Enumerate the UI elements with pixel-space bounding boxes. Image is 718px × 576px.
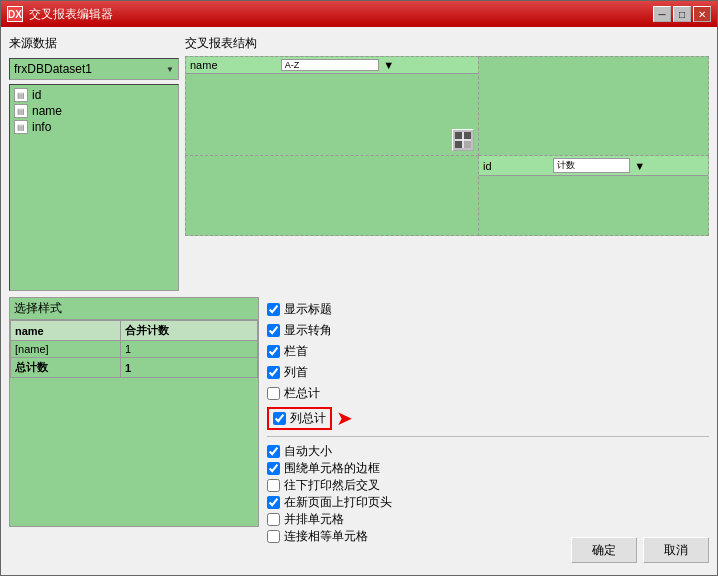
checkbox-option-10[interactable]: 在新页面上打印页头 bbox=[267, 494, 709, 511]
cross-col-field-cell[interactable]: id 计数 ▼ bbox=[479, 156, 709, 236]
row-field-header: name A-Z ▼ bbox=[186, 57, 478, 74]
cancel-button[interactable]: 取消 bbox=[643, 537, 709, 563]
dropdown-small-icon2: ▼ bbox=[634, 160, 704, 172]
top-section: 来源数据 frxDBDataset1 ▼ ▤ id ▤ name ▤ bbox=[9, 35, 709, 291]
field-icon: ▤ bbox=[14, 104, 28, 118]
bottom-buttons: 确定 取消 bbox=[9, 533, 709, 567]
checkbox-row-header[interactable] bbox=[267, 366, 280, 379]
cross-row-field-cell[interactable]: name A-Z ▼ bbox=[185, 56, 479, 156]
checkbox-label-print-header: 在新页面上打印页头 bbox=[284, 494, 392, 511]
window-title: 交叉报表编辑器 bbox=[29, 6, 647, 23]
svg-rect-2 bbox=[455, 141, 462, 148]
dataset-value: frxDBDataset1 bbox=[14, 62, 92, 76]
source-data-panel: 来源数据 frxDBDataset1 ▼ ▤ id ▤ name ▤ bbox=[9, 35, 179, 291]
field-name: id bbox=[32, 88, 41, 102]
checkbox-label-merge-cells: 并排单元格 bbox=[284, 511, 344, 528]
checkbox-option-2[interactable]: 显示转角 bbox=[267, 322, 709, 339]
checkbox-option-9[interactable]: 往下打印然后交叉 bbox=[267, 477, 709, 494]
checkbox-label-show-corner: 显示转角 bbox=[284, 322, 332, 339]
checkbox-option-3[interactable]: 栏首 bbox=[267, 343, 709, 360]
divider bbox=[267, 436, 709, 437]
checkbox-row-total[interactable] bbox=[273, 412, 286, 425]
col-header-name: name bbox=[11, 321, 121, 341]
table-row[interactable]: [name] 1 bbox=[11, 341, 258, 358]
checkbox-label-auto-size: 自动大小 bbox=[284, 443, 332, 460]
col-field-header: id 计数 ▼ bbox=[479, 156, 708, 176]
checkbox-print-header[interactable] bbox=[267, 496, 280, 509]
close-button[interactable]: ✕ bbox=[693, 6, 711, 22]
row-col2: 1 bbox=[121, 358, 258, 378]
restore-button[interactable]: □ bbox=[673, 6, 691, 22]
checkbox-merge-cells[interactable] bbox=[267, 513, 280, 526]
col-header-count: 合并计数 bbox=[121, 321, 258, 341]
checkbox-label-column-header: 栏首 bbox=[284, 343, 308, 360]
checkbox-label-print-down: 往下打印然后交叉 bbox=[284, 477, 380, 494]
cross-top-row: name A-Z ▼ bbox=[185, 56, 709, 156]
window-body: 来源数据 frxDBDataset1 ▼ ▤ id ▤ name ▤ bbox=[1, 27, 717, 575]
checkbox-option-1[interactable]: 显示标题 bbox=[267, 301, 709, 318]
checkbox-label-row-header: 列首 bbox=[284, 364, 308, 381]
cross-table-area: 交叉报表结构 name A-Z ▼ bbox=[185, 35, 709, 291]
checkbox-highlight-row: 列总计 ➤ bbox=[267, 406, 709, 430]
cross-table-label: 交叉报表结构 bbox=[185, 35, 709, 52]
dataset-dropdown[interactable]: frxDBDataset1 ▼ bbox=[9, 58, 179, 80]
checkbox-option-5[interactable]: 栏总计 bbox=[267, 385, 709, 402]
table-icon bbox=[455, 132, 471, 148]
cross-table-icon-button[interactable] bbox=[452, 129, 474, 151]
confirm-button[interactable]: 确定 bbox=[571, 537, 637, 563]
svg-rect-0 bbox=[455, 132, 462, 139]
title-bar: DX 交叉报表编辑器 ─ □ ✕ bbox=[1, 1, 717, 27]
svg-rect-1 bbox=[464, 132, 471, 139]
checkbox-option-7[interactable]: 自动大小 bbox=[267, 443, 709, 460]
field-name: info bbox=[32, 120, 51, 134]
dropdown-arrow-icon: ▼ bbox=[166, 65, 174, 74]
list-item[interactable]: ▤ id bbox=[12, 87, 176, 103]
dropdown-small-icon: ▼ bbox=[383, 59, 474, 71]
row-col1: [name] bbox=[11, 341, 121, 358]
checkbox-option-6[interactable]: 列总计 bbox=[267, 407, 332, 430]
field-list: ▤ id ▤ name ▤ info bbox=[9, 84, 179, 291]
checkbox-label-row-total: 列总计 bbox=[290, 410, 326, 427]
checkbox-group-2: 自动大小 围绕单元格的边框 往下打印然后交叉 在新页面上打印页头 bbox=[267, 443, 709, 545]
checkbox-label-cell-border: 围绕单元格的边框 bbox=[284, 460, 380, 477]
checkbox-display-title[interactable] bbox=[267, 303, 280, 316]
row-col1: 总计数 bbox=[11, 358, 121, 378]
svg-rect-3 bbox=[464, 141, 471, 148]
list-item[interactable]: ▤ name bbox=[12, 103, 176, 119]
field-icon: ▤ bbox=[14, 88, 28, 102]
cross-col-area-top bbox=[479, 56, 709, 156]
checkbox-cell-border[interactable] bbox=[267, 462, 280, 475]
checkbox-label-col-total: 栏总计 bbox=[284, 385, 320, 402]
checkbox-col-total[interactable] bbox=[267, 387, 280, 400]
field-name: name bbox=[32, 104, 62, 118]
col-sort-badge: 计数 bbox=[553, 158, 631, 173]
arrow-indicator-icon: ➤ bbox=[336, 406, 353, 430]
checkbox-column-header[interactable] bbox=[267, 345, 280, 358]
checkbox-option-8[interactable]: 围绕单元格的边框 bbox=[267, 460, 709, 477]
bottom-section: 选择样式 name 合并计数 [name] 1 bbox=[9, 297, 709, 527]
cross-data-cell bbox=[185, 156, 479, 236]
table-row[interactable]: 总计数 1 bbox=[11, 358, 258, 378]
style-panel-title: 选择样式 bbox=[10, 298, 258, 320]
checkbox-auto-size[interactable] bbox=[267, 445, 280, 458]
main-window: DX 交叉报表编辑器 ─ □ ✕ 来源数据 frxDBDataset1 ▼ ▤ bbox=[0, 0, 718, 576]
checkbox-option-11[interactable]: 并排单元格 bbox=[267, 511, 709, 528]
row-sort-badge: A-Z bbox=[281, 59, 380, 71]
checkbox-show-corner[interactable] bbox=[267, 324, 280, 337]
col-field-name: id bbox=[483, 160, 553, 172]
row-col2: 1 bbox=[121, 341, 258, 358]
style-table: name 合并计数 [name] 1 总计数 1 bbox=[10, 320, 258, 526]
list-item[interactable]: ▤ info bbox=[12, 119, 176, 135]
checkbox-label-display-title: 显示标题 bbox=[284, 301, 332, 318]
source-data-label: 来源数据 bbox=[9, 35, 179, 52]
window-controls: ─ □ ✕ bbox=[653, 6, 711, 22]
style-panel: 选择样式 name 合并计数 [name] 1 bbox=[9, 297, 259, 527]
app-icon: DX bbox=[7, 6, 23, 22]
row-field-name: name bbox=[190, 59, 281, 71]
options-panel: 显示标题 显示转角 栏首 列首 栏总计 bbox=[267, 297, 709, 527]
checkbox-print-down[interactable] bbox=[267, 479, 280, 492]
cross-bottom-row: id 计数 ▼ bbox=[185, 156, 709, 236]
minimize-button[interactable]: ─ bbox=[653, 6, 671, 22]
checkbox-option-4[interactable]: 列首 bbox=[267, 364, 709, 381]
cross-structure: name A-Z ▼ bbox=[185, 56, 709, 291]
